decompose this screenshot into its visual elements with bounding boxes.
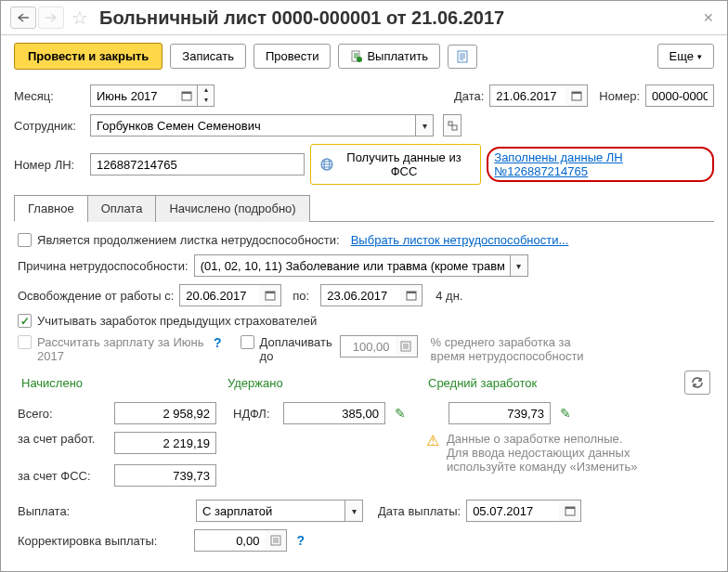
chevron-down-icon: ▾ — [697, 52, 702, 61]
tab-main[interactable]: Главное — [14, 195, 88, 222]
more-label: Еще — [670, 49, 694, 63]
report-button[interactable] — [448, 45, 477, 69]
prev-insurers-label: Учитывать заработок предыдущих страховат… — [37, 314, 317, 328]
total-label: Всего: — [18, 407, 109, 421]
avg-edit-icon[interactable]: ✎ — [556, 406, 575, 421]
month-label: Месяц: — [14, 89, 84, 103]
prev-insurers-checkbox[interactable]: ✓ — [18, 314, 32, 328]
ndfl-label: НДФЛ: — [233, 407, 278, 421]
window-title: Больничный лист 0000-000001 от 21.06.201… — [99, 7, 504, 29]
employee-dropdown-button[interactable]: ▾ — [415, 114, 434, 136]
pay-button[interactable]: Выплатить — [338, 44, 440, 69]
correction-help-icon[interactable]: ? — [292, 533, 308, 548]
nav-forward-button[interactable] — [38, 6, 64, 29]
payout-label: Выплата: — [18, 504, 79, 518]
payout-date-input[interactable] — [466, 500, 559, 522]
withheld-header: Удержано — [228, 376, 422, 390]
post-and-close-button[interactable]: Провести и закрыть — [14, 43, 162, 70]
refresh-button[interactable] — [684, 370, 710, 395]
pay-extra-checkbox[interactable] — [240, 335, 254, 349]
svg-rect-2 — [458, 51, 467, 62]
tabs: Главное Оплата Начислено (подробно) — [14, 194, 714, 222]
employee-input[interactable] — [90, 114, 415, 136]
svg-rect-6 — [572, 92, 581, 94]
warning-text-2: Для ввода недостающих данных используйте… — [447, 446, 660, 474]
reason-input[interactable] — [194, 254, 510, 277]
month-input[interactable] — [90, 84, 176, 107]
calc-salary-label: Рассчитать зарплату за Июнь 2017 — [37, 335, 204, 363]
number-input[interactable] — [645, 84, 714, 107]
release-from-calendar[interactable] — [259, 284, 281, 306]
svg-rect-8 — [452, 125, 457, 130]
nav-back-button[interactable] — [10, 6, 36, 29]
days-count: 4 дн. — [436, 289, 462, 303]
ln-filled-highlight: Заполнены данные ЛН №126887214765 — [487, 147, 714, 182]
employer-label: за счет работ. — [18, 432, 109, 446]
ndfl-edit-icon[interactable]: ✎ — [391, 406, 410, 421]
get-fss-label: Получить данные из ФСС — [337, 150, 472, 178]
month-spinner[interactable]: ▴▾ — [198, 84, 214, 107]
favorite-star-icon[interactable]: ☆ — [72, 6, 94, 29]
release-to-input[interactable] — [320, 284, 400, 306]
employer-input[interactable] — [114, 432, 216, 454]
correction-calc-button[interactable] — [265, 529, 287, 552]
date-label: Дата: — [454, 89, 484, 103]
svg-rect-14 — [407, 292, 416, 293]
pay-extra-input[interactable] — [340, 335, 396, 358]
total-input[interactable] — [114, 402, 216, 424]
select-sheet-link[interactable]: Выбрать листок нетрудоспособности... — [351, 233, 569, 247]
tab-accrued[interactable]: Начислено (подробно) — [155, 195, 309, 222]
payout-dropdown-button[interactable]: ▾ — [344, 500, 363, 522]
save-button[interactable]: Записать — [170, 44, 246, 69]
release-from-label: Освобождение от работы с: — [18, 289, 174, 303]
get-fss-button[interactable]: Получить данные из ФСС — [313, 147, 479, 182]
post-button[interactable]: Провести — [254, 44, 332, 69]
employee-label: Сотрудник: — [14, 119, 84, 133]
reason-dropdown-button[interactable]: ▾ — [510, 254, 528, 277]
more-button[interactable]: Еще ▾ — [657, 44, 714, 69]
warning-text-1: Данные о заработке неполные. — [447, 432, 660, 446]
titlebar: ☆ Больничный лист 0000-000001 от 21.06.2… — [1, 1, 727, 35]
number-label: Номер: — [599, 89, 640, 103]
help-icon[interactable]: ? — [210, 335, 226, 350]
svg-rect-4 — [182, 92, 191, 94]
month-calendar-button[interactable] — [176, 84, 198, 107]
avg-input[interactable] — [448, 402, 551, 424]
release-to-label: по: — [292, 289, 309, 303]
pct-hint: % среднего заработка за время нетрудоспо… — [431, 335, 598, 363]
accrued-header: Начислено — [18, 376, 222, 390]
ln-filled-link[interactable]: Заполнены данные ЛН №126887214765 — [494, 150, 622, 178]
continuation-label: Является продолжением листка нетрудоспос… — [37, 233, 340, 247]
fss-input[interactable] — [114, 464, 216, 487]
pay-extra-calc-button[interactable] — [396, 335, 418, 358]
document-icon — [350, 50, 363, 63]
svg-rect-12 — [266, 292, 275, 293]
svg-rect-7 — [448, 122, 452, 125]
correction-input[interactable] — [194, 529, 265, 552]
payout-date-label: Дата выплаты: — [378, 504, 461, 518]
date-calendar-button[interactable] — [566, 84, 588, 107]
svg-point-1 — [357, 57, 362, 62]
toolbar: Провести и закрыть Записать Провести Вып… — [1, 35, 727, 77]
continuation-checkbox[interactable] — [18, 233, 32, 247]
payout-input[interactable] — [196, 500, 344, 522]
pay-extra-label: Доплачивать до — [260, 335, 334, 363]
pay-button-label: Выплатить — [367, 49, 428, 63]
warning-icon: ⚠ — [426, 432, 439, 474]
ln-number-input[interactable] — [90, 153, 305, 176]
tab-payment[interactable]: Оплата — [87, 195, 157, 222]
close-icon[interactable]: ✕ — [699, 6, 718, 29]
fss-label: за счет ФСС: — [18, 469, 109, 483]
calc-salary-checkbox — [18, 335, 32, 349]
release-from-input[interactable] — [179, 284, 259, 306]
avg-header: Средний заработок — [428, 376, 595, 390]
svg-rect-17 — [566, 507, 575, 509]
reason-label: Причина нетрудоспособности: — [18, 259, 188, 273]
payout-date-calendar[interactable] — [559, 500, 581, 522]
ndfl-input[interactable] — [283, 402, 385, 424]
globe-icon — [320, 158, 333, 171]
employee-open-button[interactable] — [443, 114, 462, 136]
release-to-calendar[interactable] — [400, 284, 422, 306]
date-input[interactable] — [489, 84, 566, 107]
ln-number-label: Номер ЛН: — [14, 158, 84, 172]
